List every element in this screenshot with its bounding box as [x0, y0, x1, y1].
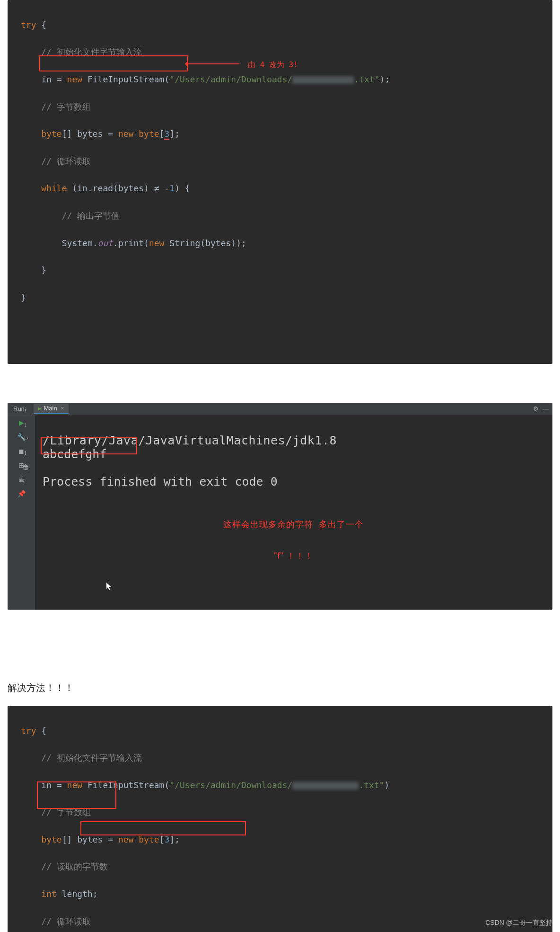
code: )	[385, 780, 390, 790]
kw: int	[41, 889, 61, 899]
field: out	[98, 238, 114, 248]
annot-line: 这样会出现多余的字符 多出了一个	[35, 519, 552, 530]
annotation-text: 由 4 改为 3!	[248, 59, 298, 71]
trash-icon[interactable]: 🗑	[22, 463, 29, 471]
watermark: CSDN @二哥一直坚持	[485, 919, 552, 927]
brace: }	[21, 293, 26, 302]
code-block-2: try { // 初始化文件字节输入流 in = new FileInputSt…	[8, 706, 552, 932]
code: String(bytes));	[169, 238, 246, 248]
kw: while	[41, 183, 72, 193]
brace: }	[41, 265, 46, 275]
kw: new byte	[118, 834, 159, 844]
gear-icon[interactable]: ⚙	[533, 405, 539, 412]
annotation-text-2: 这样会出现多余的字符 多出了一个 "f" ！！！	[35, 499, 552, 581]
annot-line: "f" ！！！	[35, 550, 552, 561]
op: ≠	[154, 183, 159, 193]
code: [] bytes =	[62, 834, 118, 844]
brace: {	[36, 726, 47, 736]
highlight-box-while	[80, 821, 246, 835]
down-icon[interactable]: ↓	[22, 421, 29, 428]
up-icon[interactable]: ↑	[22, 407, 29, 414]
redacted-text	[292, 782, 359, 790]
code: ];	[169, 129, 180, 139]
code-block-1: try { // 初始化文件字节输入流 in = new FileInputSt…	[8, 0, 552, 364]
highlight-box	[39, 55, 188, 71]
run-gutter: ▶ 🔧 ◼ ⊞ 🖶 📌 ↑ ↓ ↩ ⤓ 🗑	[8, 415, 35, 610]
code: -	[159, 183, 170, 193]
run-titlebar: Run: ▸Main× ⚙ —	[8, 403, 552, 415]
code: FileInputStream(	[88, 74, 169, 84]
redacted-text	[292, 76, 354, 84]
num: 1	[169, 183, 175, 193]
kw-new: new	[67, 74, 88, 84]
str: .txt"	[359, 780, 384, 790]
kw-try: try	[21, 20, 36, 30]
kw: byte	[41, 834, 61, 844]
code: length;	[62, 889, 98, 899]
mouse-cursor-icon	[106, 582, 113, 591]
kw: new	[149, 238, 169, 248]
code: [	[159, 129, 165, 139]
run-tab[interactable]: ▸Main×	[34, 404, 69, 414]
kw: byte	[41, 129, 61, 139]
section-heading: 解决方法！！！	[8, 682, 552, 694]
str: "/Users/admin/Downloads/	[169, 780, 292, 790]
console-exit: Process finished with exit code 0	[43, 475, 278, 488]
brace: {	[36, 20, 47, 30]
kw: new byte	[118, 129, 159, 139]
highlight-box-length	[37, 781, 116, 809]
scroll-icon[interactable]: ⤓	[22, 449, 29, 457]
code: [] bytes =	[62, 129, 118, 139]
tab-label: Main	[44, 405, 57, 412]
code: ];	[169, 834, 180, 844]
num: 3	[164, 834, 169, 844]
code: (in.read(bytes)	[72, 183, 154, 193]
code: ) {	[175, 183, 190, 193]
str: .txt"	[354, 74, 379, 84]
pin-icon[interactable]: 📌	[18, 490, 25, 497]
code: );	[380, 74, 390, 84]
comment: // 输出字节值	[62, 211, 120, 221]
run-panel: Run: ▸Main× ⚙ — ▶ 🔧 ◼ ⊞ 🖶 📌 ↑ ↓ ↩ ⤓ 🗑 /L…	[8, 403, 552, 610]
comment: // 循环读取	[41, 916, 91, 926]
code: System.	[62, 238, 98, 248]
code: .print(	[113, 238, 149, 248]
comment: // 循环读取	[41, 156, 91, 166]
comment: // 初始化文件字节输入流	[41, 753, 142, 763]
kw: try	[21, 726, 36, 736]
comment: // 字节数组	[41, 102, 91, 112]
num: 3	[164, 129, 169, 140]
wrap-icon[interactable]: ↩	[22, 435, 29, 443]
str: "/Users/admin/Downloads/	[169, 74, 292, 84]
print-icon[interactable]: 🖶	[18, 476, 25, 483]
annotation-arrow	[188, 63, 239, 64]
code: in =	[41, 74, 67, 84]
close-icon[interactable]: ×	[61, 405, 64, 411]
highlight-box-output	[41, 437, 137, 454]
code: [	[159, 834, 165, 844]
comment: // 读取的字节数	[41, 861, 108, 871]
console-output: /Library/Java/JavaVirtualMachines/jdk1.8…	[35, 415, 552, 610]
